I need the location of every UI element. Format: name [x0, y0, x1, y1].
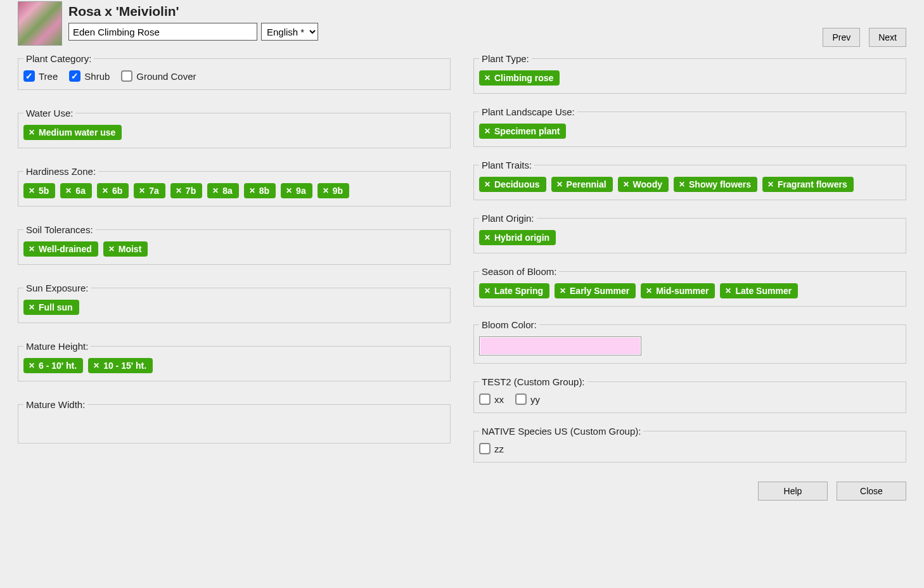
check-item-shrub[interactable]: Shrub [69, 70, 110, 82]
tag-remove-icon[interactable]: ✕ [484, 127, 491, 135]
test2-group: TEST2 (Custom Group): xx yy [473, 376, 906, 413]
tag-label: Late Spring [494, 286, 543, 296]
plant-traits-tag[interactable]: ✕Showy flowers [674, 177, 757, 192]
common-name-input[interactable] [68, 23, 257, 41]
hardiness-zone-tag[interactable]: ✕8b [244, 183, 276, 198]
season-of-bloom-tag[interactable]: ✕Early Summer [555, 283, 636, 298]
tag-remove-icon[interactable]: ✕ [556, 181, 563, 188]
plant-landscape-use-tag[interactable]: ✕Specimen plant [479, 124, 566, 139]
check-label: zz [494, 444, 504, 454]
hardiness-zone-tag[interactable]: ✕8a [207, 183, 239, 198]
language-select[interactable]: English * [261, 23, 318, 41]
tag-remove-icon[interactable]: ✕ [65, 187, 72, 195]
tag-remove-icon[interactable]: ✕ [725, 287, 731, 295]
tag-label: Full sun [39, 302, 73, 312]
check-item-tree[interactable]: Tree [23, 70, 58, 82]
check-label: Ground Cover [136, 71, 196, 82]
tag-label: 7b [186, 186, 196, 196]
tag-remove-icon[interactable]: ✕ [560, 287, 566, 295]
tag-remove-icon[interactable]: ✕ [484, 287, 491, 295]
season-of-bloom-legend: Season of Bloom: [479, 266, 559, 277]
plant-category-group: Plant Category: Tree Shrub Ground Cover [18, 53, 451, 90]
bloom-color-swatch[interactable] [479, 336, 641, 355]
plant-traits-tag[interactable]: ✕Perennial [551, 177, 613, 192]
tag-remove-icon[interactable]: ✕ [176, 187, 182, 195]
tag-remove-icon[interactable]: ✕ [102, 187, 108, 195]
native-species-group: NATIVE Species US (Custom Group): zz [473, 426, 906, 463]
season-of-bloom-tag[interactable]: ✕Late Summer [720, 283, 798, 298]
hardiness-zone-tag[interactable]: ✕6b [97, 183, 129, 198]
prev-button[interactable]: Prev [823, 28, 860, 47]
water-use-tag[interactable]: ✕Medium water use [23, 125, 122, 140]
check-item-ground-cover[interactable]: Ground Cover [121, 70, 196, 82]
tag-remove-icon[interactable]: ✕ [484, 181, 491, 188]
checkbox-zz[interactable] [479, 443, 491, 454]
soil-tolerances-tag[interactable]: ✕Well-drained [23, 241, 98, 257]
tag-remove-icon[interactable]: ✕ [646, 287, 652, 295]
tag-label: Fragrant flowers [778, 179, 847, 189]
hardiness-zone-tag[interactable]: ✕5b [23, 183, 55, 198]
plant-landscape-use-group: Plant Landscape Use: ✕Specimen plant [473, 106, 906, 147]
tag-remove-icon[interactable]: ✕ [29, 362, 35, 369]
next-button[interactable]: Next [869, 28, 906, 47]
plant-traits-tag[interactable]: ✕Fragrant flowers [762, 177, 854, 192]
plant-landscape-use-legend: Plant Landscape Use: [479, 106, 577, 117]
mature-height-tag[interactable]: ✕6 - 10' ht. [23, 358, 83, 373]
soil-tolerances-legend: Soil Tolerances: [23, 224, 96, 235]
tag-remove-icon[interactable]: ✕ [29, 245, 35, 253]
checkbox-yy[interactable] [515, 393, 527, 405]
tag-remove-icon[interactable]: ✕ [29, 129, 35, 136]
tag-label: Woody [633, 179, 662, 189]
checkbox-ground-cover[interactable] [121, 70, 132, 82]
tag-remove-icon[interactable]: ✕ [767, 181, 774, 188]
check-label: xx [494, 394, 504, 405]
help-button[interactable]: Help [758, 482, 828, 501]
plant-origin-legend: Plant Origin: [479, 213, 537, 224]
tag-remove-icon[interactable]: ✕ [323, 187, 329, 195]
checkbox-tree[interactable] [23, 70, 35, 82]
hardiness-zone-tag[interactable]: ✕9a [281, 183, 312, 198]
tag-label: Perennial [567, 179, 606, 189]
check-item-zz[interactable]: zz [479, 443, 504, 454]
tag-label: Showy flowers [689, 179, 751, 189]
tag-remove-icon[interactable]: ✕ [108, 245, 115, 253]
tag-remove-icon[interactable]: ✕ [249, 187, 255, 195]
checkbox-shrub[interactable] [69, 70, 80, 82]
hardiness-zone-tag[interactable]: ✕7a [134, 183, 165, 198]
mature-width-legend: Mature Width: [23, 399, 87, 410]
season-of-bloom-group: Season of Bloom: ✕Late Spring✕Early Summ… [473, 266, 906, 307]
tag-remove-icon[interactable]: ✕ [212, 187, 219, 195]
mature-height-tag[interactable]: ✕10 - 15' ht. [88, 358, 153, 373]
tag-label: Deciduous [494, 179, 540, 189]
tag-remove-icon[interactable]: ✕ [29, 304, 35, 311]
tag-remove-icon[interactable]: ✕ [484, 234, 491, 241]
tag-remove-icon[interactable]: ✕ [679, 181, 685, 188]
plant-traits-tag[interactable]: ✕Woody [618, 177, 669, 192]
tag-remove-icon[interactable]: ✕ [139, 187, 145, 195]
tag-remove-icon[interactable]: ✕ [286, 187, 292, 195]
tag-remove-icon[interactable]: ✕ [484, 74, 491, 82]
water-use-legend: Water Use: [23, 108, 75, 118]
plant-type-tag[interactable]: ✕Climbing rose [479, 70, 560, 86]
sun-exposure-tag[interactable]: ✕Full sun [23, 300, 79, 315]
check-item-yy[interactable]: yy [515, 393, 540, 405]
tag-label: 10 - 15' ht. [103, 361, 146, 371]
check-item-xx[interactable]: xx [479, 393, 504, 405]
soil-tolerances-tag[interactable]: ✕Moist [103, 241, 148, 257]
check-label: Tree [39, 71, 58, 82]
season-of-bloom-tag[interactable]: ✕Late Spring [479, 283, 549, 298]
tag-label: Late Summer [735, 286, 792, 296]
tag-remove-icon[interactable]: ✕ [29, 187, 35, 195]
plant-thumbnail[interactable] [18, 1, 62, 46]
tag-remove-icon[interactable]: ✕ [623, 181, 629, 188]
hardiness-zone-tag[interactable]: ✕6a [60, 183, 92, 198]
hardiness-zone-tag[interactable]: ✕7b [170, 183, 202, 198]
season-of-bloom-tag[interactable]: ✕Mid-summer [641, 283, 715, 298]
plant-traits-tag[interactable]: ✕Deciduous [479, 177, 546, 192]
close-button[interactable]: Close [837, 482, 906, 501]
hardiness-zone-tag[interactable]: ✕9b [318, 183, 349, 198]
checkbox-xx[interactable] [479, 393, 491, 405]
plant-origin-tag[interactable]: ✕Hybrid origin [479, 230, 556, 245]
tag-remove-icon[interactable]: ✕ [93, 362, 99, 369]
tag-label: Early Summer [570, 286, 629, 296]
